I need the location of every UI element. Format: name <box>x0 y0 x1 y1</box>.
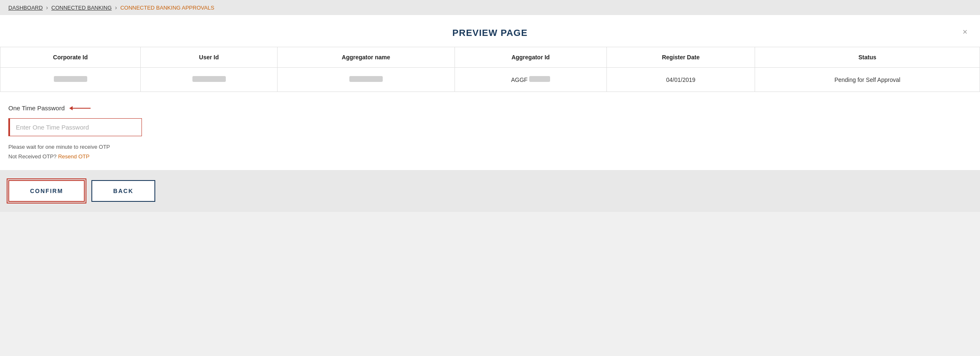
col-aggregator-name: Aggregator name <box>277 47 455 68</box>
arrow-line <box>70 108 91 109</box>
breadcrumb-dashboard[interactable]: DASHBOARD <box>8 5 43 11</box>
main-container: PREVIEW PAGE × Corporate Id User Id Aggr… <box>0 15 980 170</box>
otp-arrow-indicator <box>70 108 91 109</box>
breadcrumb-connected-banking[interactable]: CONNECTED BANKING <box>51 5 111 11</box>
cell-aggregator-id: AGGF <box>455 68 606 92</box>
cell-register-date: 04/01/2019 <box>606 68 755 92</box>
otp-label-row: One Time Password <box>8 104 972 112</box>
data-table: Corporate Id User Id Aggregator name Agg… <box>0 47 980 92</box>
breadcrumb-approvals[interactable]: CONNECTED BANKING APPROVALS <box>120 5 214 11</box>
page-title: PREVIEW PAGE <box>8 28 972 38</box>
footer-section: CONFIRM BACK <box>0 170 980 212</box>
otp-section: One Time Password Please wait for one mi… <box>0 92 980 170</box>
cell-user-id <box>141 68 278 92</box>
otp-hint: Please wait for one minute to receive OT… <box>8 142 972 162</box>
otp-hint-line2: Not Received OTP? Resend OTP <box>8 152 972 161</box>
close-button[interactable]: × <box>962 28 967 36</box>
otp-label: One Time Password <box>8 104 65 112</box>
cell-status: Pending for Self Approval <box>755 68 980 92</box>
skeleton-corporate-id <box>54 76 87 82</box>
table-row: AGGF 04/01/2019 Pending for Self Approva… <box>0 68 980 92</box>
skeleton-aggregator-name <box>349 76 383 82</box>
page-header: PREVIEW PAGE × <box>0 15 980 47</box>
confirm-button[interactable]: CONFIRM <box>8 180 85 202</box>
back-button[interactable]: BACK <box>91 180 155 202</box>
skeleton-aggregator-id-partial <box>529 76 550 82</box>
col-corporate-id: Corporate Id <box>0 47 141 68</box>
breadcrumb-sep-2: › <box>115 4 117 11</box>
col-register-date: Register Date <box>606 47 755 68</box>
table-header-row: Corporate Id User Id Aggregator name Agg… <box>0 47 980 68</box>
breadcrumb-sep-1: › <box>46 4 48 11</box>
col-status: Status <box>755 47 980 68</box>
breadcrumb: DASHBOARD › CONNECTED BANKING › CONNECTE… <box>0 0 980 15</box>
otp-input[interactable] <box>8 118 142 136</box>
col-user-id: User Id <box>141 47 278 68</box>
skeleton-user-id <box>192 76 226 82</box>
col-aggregator-id: Aggregator Id <box>455 47 606 68</box>
cell-corporate-id <box>0 68 141 92</box>
resend-otp-link[interactable]: Resend OTP <box>58 153 89 160</box>
cell-aggregator-name <box>277 68 455 92</box>
otp-hint-line1: Please wait for one minute to receive OT… <box>8 142 972 152</box>
